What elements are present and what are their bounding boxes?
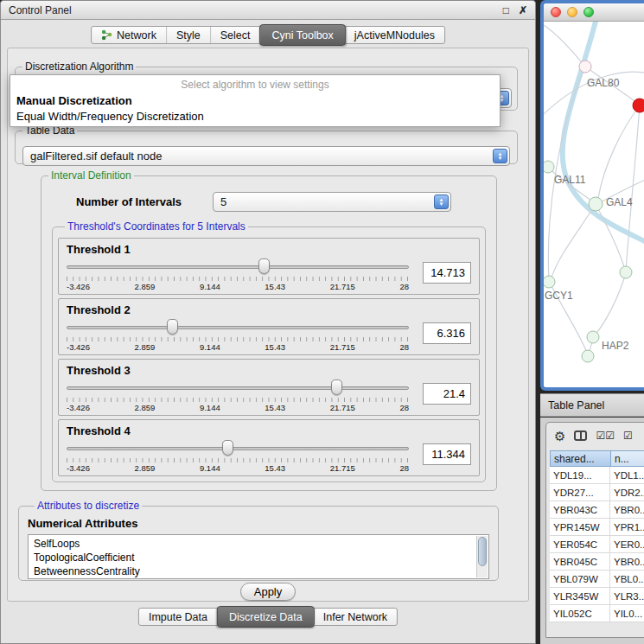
network-node[interactable] <box>620 266 632 278</box>
tab-label: Style <box>176 29 201 41</box>
threshold-value-field[interactable]: 6.316 <box>423 322 471 344</box>
slider-track[interactable] <box>67 265 409 269</box>
threshold-value-field[interactable]: 11.344 <box>423 443 471 465</box>
columns-icon[interactable] <box>574 430 587 441</box>
dropdown-option-manual-discretization[interactable]: Manual Discretization <box>10 92 500 108</box>
threshold-value-field[interactable]: 14.713 <box>423 262 471 284</box>
table-row[interactable]: YPR145WYPR1... <box>550 519 644 536</box>
network-window-titlebar[interactable] <box>544 3 644 22</box>
table-cell[interactable]: YER054C <box>550 536 610 553</box>
checkbox-icon[interactable]: ☑ <box>623 430 633 441</box>
threshold-value-field[interactable]: 21.4 <box>423 383 471 405</box>
table-cell[interactable]: YBL0... <box>610 571 644 588</box>
table-row[interactable]: YER054CYER0... <box>550 536 644 553</box>
cyni-toolbox-panel: Discretization Algorithm ▲▼ Select algor… <box>7 48 529 602</box>
tab-label: Infer Network <box>323 611 387 623</box>
table-data-combobox[interactable]: galFiltered.sif default node ▲▼ <box>22 146 510 166</box>
table-cell[interactable]: YER0... <box>610 536 644 553</box>
scale-label: 9.144 <box>200 463 220 473</box>
slider-track[interactable] <box>67 447 409 450</box>
network-canvas[interactable]: GAL80 GAL11 GAL4 GCY1 HAP2 <box>544 22 644 387</box>
attribute-item[interactable]: SelfLoops <box>34 537 475 551</box>
table-row[interactable]: YIL052CYIL0... <box>550 605 644 622</box>
table-row[interactable]: YLR345WYLR3... <box>550 588 644 605</box>
float-window-icon[interactable]: □ <box>503 4 509 16</box>
table-row[interactable]: YDR27...YDR2... <box>550 484 644 501</box>
table-cell[interactable]: YLR3... <box>610 588 644 605</box>
tab-impute-data[interactable]: Impute Data <box>139 609 218 625</box>
combo-stepper-icon[interactable]: ▲▼ <box>434 194 449 209</box>
num-intervals-label: Number of Intervals <box>76 195 182 208</box>
minimize-traffic-light[interactable] <box>567 7 577 17</box>
checkbox-icon[interactable]: ☑☑ <box>596 430 615 441</box>
slider-thumb[interactable] <box>222 440 233 456</box>
network-node[interactable] <box>587 331 599 343</box>
tab-style[interactable]: Style <box>167 27 211 43</box>
threshold-slider[interactable] <box>67 440 409 456</box>
gear-icon[interactable]: ⚙ <box>554 430 565 443</box>
table-cell[interactable]: YLR345W <box>550 588 610 605</box>
table-row[interactable]: YDL19...YDL1... <box>550 467 644 484</box>
table-cell[interactable]: YBR0... <box>610 501 644 519</box>
threshold-label: Threshold 1 <box>67 243 471 256</box>
combo-stepper-icon[interactable]: ▲▼ <box>493 149 507 163</box>
close-icon[interactable]: ✗ <box>519 4 527 16</box>
attribute-item[interactable]: BetweennessCentrality <box>34 564 475 578</box>
tab-discretize-data[interactable]: Discretize Data <box>217 606 315 628</box>
table-cell[interactable]: YDR27... <box>550 484 610 501</box>
list-scrollbar[interactable] <box>476 536 488 577</box>
table-cell[interactable]: YPR1... <box>610 519 644 536</box>
slider-track[interactable] <box>67 386 409 390</box>
dropdown-option-equal-width-frequency[interactable]: Equal Width/Frequency Discretization <box>10 108 500 124</box>
threshold-slider[interactable] <box>67 379 409 396</box>
network-node[interactable] <box>544 276 555 288</box>
tab-cyni-toolbox[interactable]: Cyni Toolbox <box>259 24 345 46</box>
slider-track[interactable] <box>67 326 409 329</box>
table-cell[interactable]: YPR145W <box>550 519 610 536</box>
table-cell[interactable]: YDL19... <box>550 467 610 484</box>
network-node[interactable] <box>579 61 591 73</box>
numerical-attributes-list[interactable]: SelfLoopsTopologicalCoefficientBetweenne… <box>28 534 489 579</box>
table-cell[interactable]: YDL1... <box>610 467 644 484</box>
slider-thumb[interactable] <box>258 258 270 274</box>
table-cell[interactable]: YBR0... <box>610 553 644 571</box>
apply-button[interactable]: Apply <box>240 583 296 601</box>
threshold-label: Threshold 3 <box>67 364 471 377</box>
tab-network[interactable]: Network <box>92 27 167 43</box>
table-panel-titlebar[interactable]: Table Panel <box>540 393 644 417</box>
slider-thumb[interactable] <box>167 319 178 335</box>
tab-select[interactable]: Select <box>211 27 261 43</box>
threshold-slider[interactable] <box>67 258 409 275</box>
threshold-slider[interactable] <box>67 319 409 335</box>
table-row[interactable]: YBR043CYBR0... <box>550 501 644 519</box>
network-node[interactable] <box>589 197 603 211</box>
network-node[interactable] <box>544 161 554 173</box>
table-cell[interactable]: YBR043C <box>550 501 610 519</box>
network-thick-edge[interactable] <box>563 22 644 248</box>
column-header-shared-name[interactable]: shared... <box>550 450 610 467</box>
table-cell[interactable]: YIL052C <box>550 605 610 622</box>
tab-jactivemnodules[interactable]: jActiveMNodules <box>345 27 444 43</box>
zoom-traffic-light[interactable] <box>583 7 594 17</box>
slider-thumb[interactable] <box>331 379 342 395</box>
table-cell[interactable]: YBR045C <box>550 553 610 571</box>
slider-ticks <box>67 277 409 281</box>
table-cell[interactable]: YDR2... <box>610 484 644 501</box>
num-intervals-combobox[interactable]: 5 ▲▼ <box>213 192 451 212</box>
column-header-name[interactable]: n... <box>610 450 644 467</box>
attribute-item[interactable]: TopologicalCoefficient <box>34 551 475 564</box>
table-cell[interactable]: YIL0... <box>610 605 644 622</box>
tab-label: Network <box>117 29 156 41</box>
table-cell[interactable]: YBL079W <box>550 571 610 588</box>
network-node[interactable] <box>582 350 594 362</box>
scrollbar-thumb[interactable] <box>478 537 487 566</box>
control-panel-titlebar[interactable]: Control Panel □ ✗ <box>1 1 535 20</box>
network-node-selected[interactable] <box>633 99 644 112</box>
close-traffic-light[interactable] <box>551 7 561 17</box>
interval-definition-group: Interval Definition Number of Intervals … <box>41 169 497 491</box>
table-row[interactable]: YBL079WYBL0... <box>550 571 644 588</box>
tab-label: jActiveMNodules <box>354 29 435 41</box>
scale-label: 15.43 <box>265 282 285 291</box>
table-row[interactable]: YBR045CYBR0... <box>550 553 644 571</box>
tab-infer-network[interactable]: Infer Network <box>314 609 397 625</box>
